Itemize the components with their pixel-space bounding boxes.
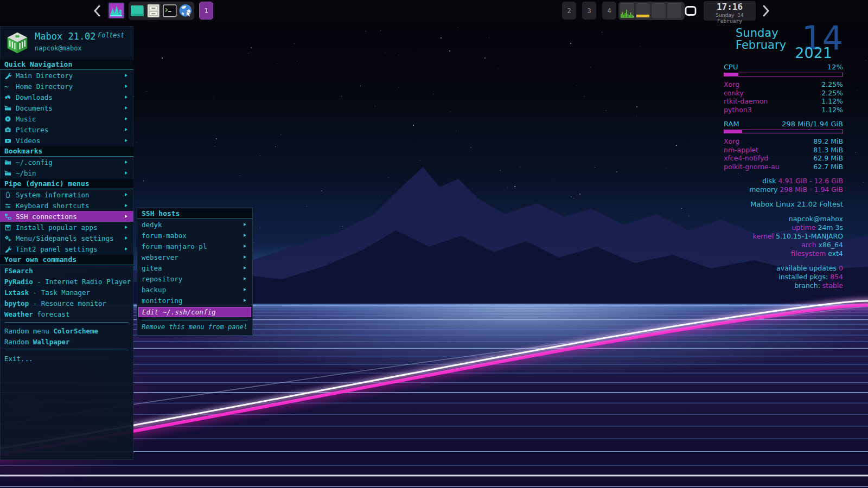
menu-section-quick-navigation: Quick Navigation (0, 60, 133, 70)
menu-item-label: Lxtask - Task Manager (4, 288, 90, 297)
top-panel: 1 2 3 4 17:16 Sunday 14 February (0, 0, 868, 22)
star (676, 145, 677, 146)
conky-line-kernel: kernel 5.10.15-1-MANJARO (724, 232, 843, 241)
menu-item-main-directory[interactable]: Main Directory (0, 70, 133, 81)
menu-item-tint2-panel-settings[interactable]: Tint2 panel settings (0, 243, 133, 254)
submenu-item-gitea[interactable]: gitea (137, 262, 252, 273)
conky-process-row: nm-applet81.3 MiB (724, 146, 843, 155)
menu-item-label: Videos (16, 137, 40, 145)
menu-item-label: FSearch (4, 267, 33, 275)
submenu-item-remove-menu[interactable]: Remove this menu from panel (142, 320, 248, 332)
net-graph[interactable] (652, 3, 666, 18)
tray-window-icon[interactable] (685, 5, 697, 16)
submenu-item-forum-manjaro-pl[interactable]: forum-manjaro-pl (137, 241, 252, 252)
process-name: xfce4-notifyd (724, 154, 768, 163)
menu-item-pyradio-internet-radio-player[interactable]: PyRadio - Internet Radio Player (0, 276, 133, 287)
star (866, 60, 866, 61)
star (380, 30, 381, 31)
submenu-item-label: dedyk (142, 221, 162, 229)
menu-item-label: ~/.config (16, 158, 53, 166)
web-browser-launcher[interactable] (178, 3, 193, 18)
panel-scroll-left-icon[interactable] (93, 5, 101, 17)
menu-item-exit[interactable]: Exit... (0, 353, 133, 364)
star (433, 94, 434, 94)
menu-item-documents[interactable]: Documents (0, 102, 133, 113)
wrench-icon (4, 245, 12, 253)
menu-flavor: Foltest (98, 31, 124, 39)
cpu-value: 12% (827, 63, 843, 71)
menu-item-lxtask-task-manager[interactable]: Lxtask - Task Manager (0, 287, 133, 298)
star (143, 181, 144, 181)
file-cabinet-launcher[interactable] (146, 3, 161, 18)
conky-info-lines: uptime 24m 3skernel 5.10.15-1-MANJAROarc… (724, 223, 843, 258)
submenu-arrow-icon (125, 160, 130, 164)
mabox-menu-launcher[interactable] (108, 2, 125, 19)
submenu-item-monitoring[interactable]: monitoring (137, 295, 252, 306)
star (395, 223, 395, 223)
clock[interactable]: 17:16 Sunday 14 February (704, 1, 756, 21)
menu-item-weather-forecast[interactable]: Weather forecast (0, 309, 133, 319)
star (457, 27, 458, 28)
menu-item-system-information[interactable]: System information (0, 189, 133, 200)
menu-item-install-popular-apps[interactable]: Install popular apps (0, 222, 133, 233)
disk-graph[interactable] (667, 3, 681, 18)
submenu-item-label: repository (142, 275, 182, 283)
ram-process-list: Xorg89.2 MiBnm-applet81.3 MiBxfce4-notif… (724, 137, 843, 171)
menu-item-random-menu-colorscheme[interactable]: Random menu ColorScheme (0, 325, 133, 336)
memory-bar[interactable] (636, 3, 650, 18)
menu-item-menu-sidepanels-settings[interactable]: Menu/Sidepanels settings (0, 233, 133, 243)
submenu-item-webserver[interactable]: webserver (137, 252, 252, 262)
submenu-item-backup[interactable]: backup (137, 284, 252, 295)
file-manager-launcher[interactable] (130, 3, 145, 18)
star (239, 176, 240, 176)
star (277, 63, 277, 64)
menu-item-label: Main Directory (16, 72, 73, 80)
terminal-launcher[interactable] (162, 3, 177, 18)
star (450, 111, 451, 112)
process-value: 1.12% (821, 106, 843, 114)
menu-item-keyboard-shortcuts[interactable]: Keyboard shortcuts (0, 200, 133, 211)
menu-item-fsearch[interactable]: FSearch (0, 265, 133, 276)
process-name: nm-applet (724, 146, 758, 155)
menu-item-bpytop-resource-monitor[interactable]: bpytop - Resource monitor (0, 298, 133, 309)
menu-item-bin[interactable]: ~/bin (0, 168, 133, 178)
cpu-graph[interactable] (620, 3, 634, 18)
submenu-item-edit-ssh-config[interactable]: Edit ~/.ssh/config (138, 307, 251, 317)
menu-item-home-directory[interactable]: ~Home Directory (0, 81, 133, 92)
submenu-item-dedyk[interactable]: dedyk (137, 219, 252, 230)
package-icon (4, 223, 12, 231)
menu-item-config[interactable]: ~/.config (0, 157, 133, 168)
conky-process-row: Xorg2.25% (724, 80, 843, 89)
submenu-item-forum-mabox[interactable]: forum-mabox (137, 230, 252, 241)
submenu-item-repository[interactable]: repository (137, 273, 252, 284)
menu-item-random-wallpaper[interactable]: Random Wallpaper (0, 336, 133, 347)
star (459, 250, 460, 251)
workspace-1[interactable]: 1 (199, 2, 213, 20)
cpu-process-list: Xorg2.25%conky2.25%rtkit-daemon1.12%pyth… (724, 80, 843, 114)
conky-line-memory: memory 298 MiB - 1.94 GiB (724, 185, 843, 194)
star (630, 214, 630, 214)
menu-item-music[interactable]: Music (0, 113, 133, 124)
workspace-2[interactable]: 2 (562, 2, 576, 20)
menu-item-pictures[interactable]: Pictures (0, 124, 133, 135)
star (297, 61, 297, 61)
workspace-4[interactable]: 4 (602, 2, 616, 20)
panel-scroll-right-icon[interactable] (762, 5, 770, 17)
menu-item-ssh-connections[interactable]: SSH connections (0, 211, 133, 222)
menu-item-videos[interactable]: Videos (0, 135, 133, 146)
star (433, 252, 435, 253)
star (260, 227, 260, 228)
process-name: polkit-gnome-au (724, 163, 780, 171)
submenu-item-label: forum-mabox (142, 232, 187, 240)
mabox-logo-icon (5, 31, 29, 56)
star (399, 55, 399, 55)
menu-item-label: Exit... (4, 355, 33, 363)
star (162, 57, 163, 59)
workspace-3[interactable]: 3 (582, 2, 596, 20)
star (470, 147, 471, 148)
submenu-arrow-icon (125, 85, 130, 88)
menu-item-downloads[interactable]: Downloads (0, 92, 133, 102)
menu-item-label: Install popular apps (16, 223, 98, 232)
submenu-arrow-icon (125, 95, 130, 99)
conky-line-branch: branch: stable (724, 281, 843, 290)
